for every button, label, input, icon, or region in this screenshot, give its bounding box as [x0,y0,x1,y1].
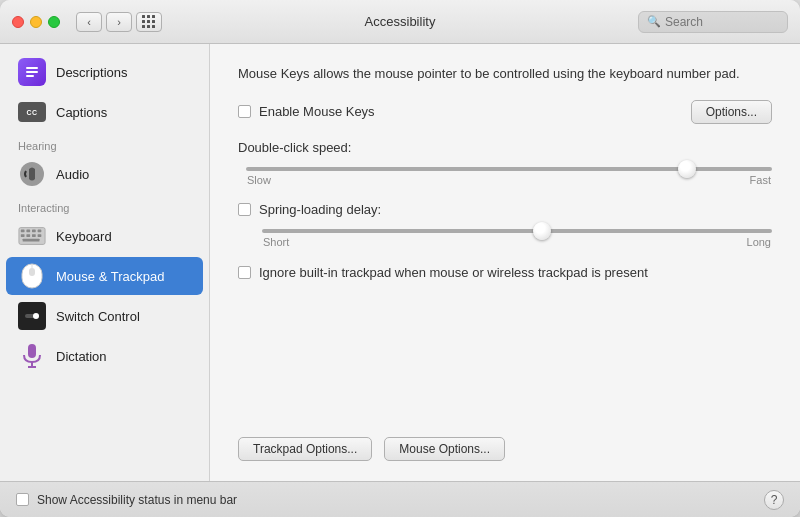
svg-rect-7 [32,229,36,232]
spring-loading-label: Spring-loading delay: [259,202,381,217]
window-title: Accessibility [365,14,436,29]
titlebar: ‹ › Accessibility 🔍 [0,0,800,44]
main-content: Descriptions CC Captions Hearing [0,44,800,481]
right-panel: Mouse Keys allows the mouse pointer to b… [210,44,800,481]
grid-button[interactable] [136,12,162,32]
interacting-section-label: Interacting [0,194,209,216]
svg-rect-5 [21,229,25,232]
minimize-button[interactable] [30,16,42,28]
spring-loading-short-label: Short [263,236,289,248]
spring-loading-labels: Short Long [262,236,772,248]
sidebar-item-switch-control[interactable]: Switch Control [6,297,203,335]
sidebar-item-audio-label: Audio [56,167,89,182]
svg-rect-9 [21,234,25,237]
search-input[interactable] [665,15,779,29]
spring-loading-section: Spring-loading delay: Short Long [238,202,772,248]
enable-mouse-keys-label: Enable Mouse Keys [259,104,375,119]
hearing-section-label: Hearing [0,132,209,154]
svg-rect-16 [29,268,35,276]
traffic-lights [12,16,60,28]
show-status-checkbox[interactable] [16,493,29,506]
trackpad-options-button[interactable]: Trackpad Options... [238,437,372,461]
svg-point-18 [33,313,39,319]
ignore-trackpad-checkbox[interactable] [238,266,251,279]
sidebar-item-keyboard[interactable]: Keyboard [6,217,203,255]
svg-rect-19 [28,344,36,358]
maximize-button[interactable] [48,16,60,28]
svg-rect-12 [38,234,42,237]
bottom-buttons: Trackpad Options... Mouse Options... [238,429,772,461]
back-button[interactable]: ‹ [76,12,102,32]
double-click-slow-label: Slow [247,174,271,186]
svg-rect-2 [26,75,34,77]
sidebar-item-switch-control-label: Switch Control [56,309,140,324]
descriptions-icon [18,58,46,86]
captions-icon: CC [18,98,46,126]
sidebar-item-captions[interactable]: CC Captions [6,93,203,131]
forward-button[interactable]: › [106,12,132,32]
search-icon: 🔍 [647,15,661,28]
svg-rect-11 [32,234,36,237]
description-text: Mouse Keys allows the mouse pointer to b… [238,64,772,84]
sidebar-item-dictation-label: Dictation [56,349,107,364]
window: ‹ › Accessibility 🔍 [0,0,800,517]
sidebar-item-captions-label: Captions [56,105,107,120]
show-status-label: Show Accessibility status in menu bar [37,493,237,507]
enable-mouse-keys-row: Enable Mouse Keys Options... [238,100,772,124]
double-click-speed-section: Double-click speed: Slow Fast [238,140,772,186]
sidebar-item-keyboard-label: Keyboard [56,229,112,244]
svg-rect-13 [23,239,40,242]
options-button[interactable]: Options... [691,100,772,124]
svg-rect-8 [38,229,42,232]
enable-mouse-keys-left: Enable Mouse Keys [238,104,375,119]
svg-rect-0 [26,67,38,69]
search-bar[interactable]: 🔍 [638,11,788,33]
sidebar-item-descriptions[interactable]: Descriptions [6,53,203,91]
ignore-trackpad-row: Ignore built-in trackpad when mouse or w… [238,264,772,282]
svg-rect-1 [26,71,38,73]
sidebar-item-audio[interactable]: Audio [6,155,203,193]
double-click-fast-label: Fast [750,174,771,186]
dictation-icon [18,342,46,370]
nav-buttons: ‹ › [76,12,132,32]
sidebar-item-descriptions-label: Descriptions [56,65,128,80]
close-button[interactable] [12,16,24,28]
mouse-trackpad-icon [18,262,46,290]
footer: Show Accessibility status in menu bar ? [0,481,800,517]
double-click-speed-label: Double-click speed: [238,140,351,155]
mouse-options-button[interactable]: Mouse Options... [384,437,505,461]
sidebar-item-dictation[interactable]: Dictation [6,337,203,375]
sidebar-item-mouse-trackpad-label: Mouse & Trackpad [56,269,164,284]
grid-icon [142,15,156,29]
ignore-trackpad-label: Ignore built-in trackpad when mouse or w… [259,264,648,282]
audio-icon [18,160,46,188]
sidebar-item-mouse-trackpad[interactable]: Mouse & Trackpad [6,257,203,295]
switch-control-icon [18,302,46,330]
spring-loading-slider[interactable] [262,229,772,233]
svg-rect-6 [26,229,30,232]
svg-rect-10 [26,234,30,237]
spring-loading-checkbox[interactable] [238,203,251,216]
double-click-speed-slider[interactable] [246,167,772,171]
spring-loading-long-label: Long [747,236,771,248]
keyboard-icon [18,222,46,250]
sidebar: Descriptions CC Captions Hearing [0,44,210,481]
enable-mouse-keys-checkbox[interactable] [238,105,251,118]
help-button[interactable]: ? [764,490,784,510]
